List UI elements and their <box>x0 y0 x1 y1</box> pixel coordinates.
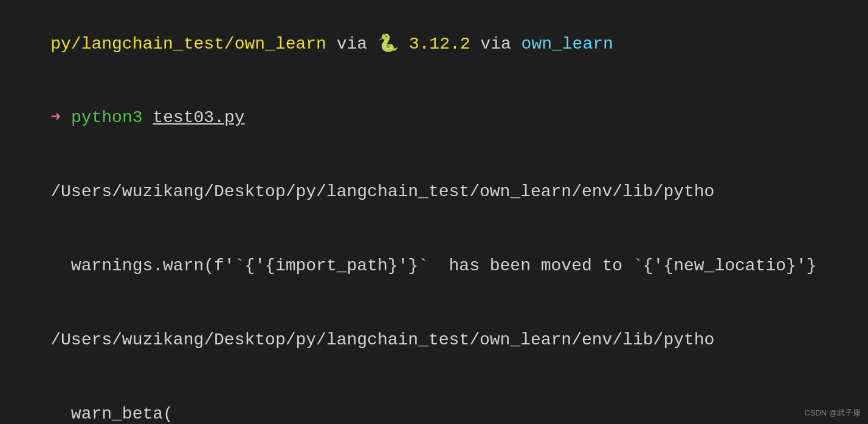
script-filename: test03.py <box>153 108 244 127</box>
terminal-line-4: warnings.warn(f'`{'{import_path}'}` has … <box>10 229 858 303</box>
terminal-line-1: py/langchain_test/own_learn via 🐍 3.12.2… <box>10 7 858 81</box>
prompt-arrow: ➜ <box>50 108 71 127</box>
terminal: py/langchain_test/own_learn via 🐍 3.12.2… <box>0 0 868 424</box>
terminal-line-5: /Users/wuzikang/Desktop/py/langchain_tes… <box>10 303 858 377</box>
terminal-line-3: /Users/wuzikang/Desktop/py/langchain_tes… <box>10 156 858 230</box>
path-text: py/langchain_test/own_learn <box>50 35 326 53</box>
python3-cmd: python3 <box>71 108 143 127</box>
terminal-line-6: warn_beta( <box>10 377 858 424</box>
terminal-line-2: ➜ python3 test03.py <box>10 81 858 156</box>
watermark: CSDN @武子康 <box>804 408 861 419</box>
